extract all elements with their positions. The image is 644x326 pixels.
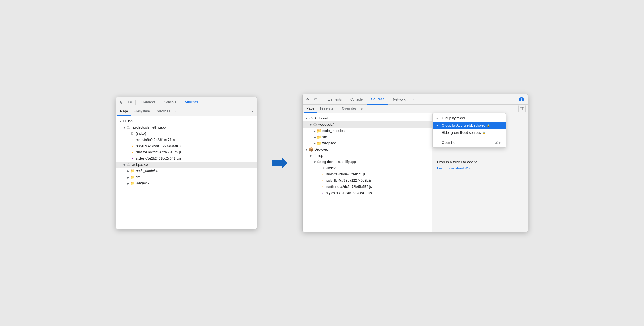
tree-arrow-webpack[interactable]	[122, 163, 126, 167]
menu-label-hide-ignored: Hide ignore-listed sources	[442, 131, 481, 135]
right-tree-area: </> Authored webpack:// 📁	[303, 113, 432, 232]
right-tree-main[interactable]: ▪ main.fa8bfa0e23f1eb71.js	[303, 171, 432, 177]
tree-item-netlify[interactable]: ng-devtools.netlify.app	[116, 124, 257, 131]
tree-item-src[interactable]: 📁 src	[116, 174, 257, 180]
tree-item-runtime[interactable]: ▪ runtime.aa2dc5a72b65a575.js	[116, 149, 257, 155]
tree-label-webpack-folder: webpack	[136, 181, 149, 185]
inspect-icon[interactable]	[118, 99, 126, 106]
right-tree-top[interactable]: ☐ top	[303, 153, 432, 159]
subtab-page[interactable]: Page	[117, 107, 131, 116]
tree-item-webpack[interactable]: webpack://	[116, 162, 257, 168]
tree-item-top[interactable]: ☐ top	[116, 118, 257, 124]
right-tab-console[interactable]: Console	[346, 94, 367, 105]
check-icon-folder: ✓	[436, 116, 442, 120]
right-subtab-overrides[interactable]: Overrides	[339, 105, 359, 113]
right-tab-sources[interactable]: Sources	[367, 94, 388, 105]
right-label-styles: styles.d3e2b24618d2c641.css	[326, 191, 372, 195]
no-arrow4	[126, 150, 130, 154]
tree-item-webpack-folder[interactable]: 📁 webpack	[116, 180, 257, 186]
right-arrow-nodemodules[interactable]	[313, 129, 317, 133]
right-inspect-icon[interactable]	[305, 96, 312, 103]
right-tree-runtime[interactable]: ▪ runtime.aa2dc5a72b65a575.js	[303, 184, 432, 190]
menu-divider	[433, 138, 506, 138]
menu-item-group-authored-deployed[interactable]: ✓ Group by Authored/Deployed 🔒	[433, 122, 506, 129]
tab-elements[interactable]: Elements	[137, 97, 159, 107]
tree-label-authored: Authored	[314, 116, 328, 120]
right-subtab-filesystem[interactable]: Filesystem	[317, 105, 339, 113]
left-tree-area: ☐ top ng-devtools.netlify.app 🗋 (index)	[116, 116, 257, 229]
subtab-filesystem[interactable]: Filesystem	[131, 107, 153, 116]
right-subtab-page[interactable]: Page	[304, 105, 317, 113]
right-tree-nodemodules[interactable]: 📁 node_modules	[303, 128, 432, 134]
right-frame-icon: ☐	[313, 153, 317, 158]
tab-console[interactable]: Console	[160, 97, 180, 107]
svg-rect-1	[131, 102, 132, 103]
tab-sources[interactable]: Sources	[181, 97, 202, 107]
split-panel-icon[interactable]	[518, 105, 526, 112]
tree-label-nodemodules: node_modules	[136, 169, 158, 173]
right-arrow-src[interactable]	[313, 135, 317, 139]
tree-label-index: (index)	[136, 132, 146, 136]
right-label-polyfills: polyfills.4c768d7122740d3b.js	[326, 179, 372, 182]
right-label-main: main.fa8bfa0e23f1eb71.js	[326, 172, 365, 176]
right-tree-polyfills[interactable]: ▪ polyfills.4c768d7122740d3b.js	[303, 177, 432, 184]
folder-icon-webpack: 📁	[130, 181, 135, 186]
right-tab-network[interactable]: Network	[389, 94, 409, 105]
right-tree-deployed[interactable]: 📦 Deployed	[303, 146, 432, 153]
tree-item-polyfills[interactable]: ▪ polyfills.4c768d7122740d3b.js	[116, 143, 257, 149]
left-toolbar: Elements Console Sources	[116, 97, 257, 107]
tree-arrow-nodemodules[interactable]	[126, 169, 130, 173]
right-tree-webpack-folder[interactable]: 📁 webpack	[303, 140, 432, 146]
subtab-overrides[interactable]: Overrides	[153, 107, 173, 116]
right-tree-index[interactable]: 🗋 (index)	[303, 165, 432, 171]
tree-arrow-webpack-folder[interactable]	[126, 181, 130, 185]
device-icon[interactable]	[126, 99, 134, 106]
menu-item-open-file[interactable]: Open file ⌘ P	[433, 139, 506, 146]
subtab-more[interactable]: »	[173, 107, 178, 116]
tree-label-main: main.fa8bfa0e23f1eb71.js	[136, 138, 175, 142]
tree-item-index[interactable]: 🗋 (index)	[116, 131, 257, 137]
right-file-main: ▪	[321, 172, 325, 177]
tree-item-nodemodules[interactable]: 📁 node_modules	[116, 168, 257, 174]
right-tree-netlify[interactable]: ng-devtools.netlify.app	[303, 159, 432, 165]
no-arrow-r3	[317, 179, 321, 182]
menu-item-group-by-folder[interactable]: ✓ Group by folder	[433, 114, 506, 122]
right-arrow-webpack-folder[interactable]	[313, 141, 317, 145]
right-tab-elements[interactable]: Elements	[324, 94, 346, 105]
tree-label-polyfills: polyfills.4c768d7122740d3b.js	[136, 144, 181, 148]
learn-more-link[interactable]: Learn more about Wor	[437, 166, 471, 170]
no-arrow5	[126, 157, 130, 160]
right-tab-more[interactable]: »	[410, 98, 416, 101]
right-folder-src: 📁	[317, 135, 321, 139]
right-arrow-deployed[interactable]	[305, 147, 309, 151]
no-arrow-r4	[317, 185, 321, 189]
subtab-menu-button[interactable]: ⋮	[249, 108, 256, 115]
right-label-index: (index)	[326, 166, 337, 170]
right-device-icon[interactable]	[313, 96, 320, 103]
no-arrow	[126, 132, 130, 136]
tree-item-styles[interactable]: ▪ styles.d3e2b24618d2c641.css	[116, 155, 257, 162]
menu-label-group-authored: Group by Authored/Deployed	[442, 123, 486, 127]
right-cloud-icon	[313, 122, 317, 127]
svg-rect-3	[317, 99, 318, 100]
tree-arrow-authored[interactable]	[305, 116, 309, 120]
right-tree-styles[interactable]: ▪ styles.d3e2b24618d2c641.css	[303, 190, 432, 196]
right-tree-item-webpack[interactable]: webpack://	[303, 121, 432, 128]
right-arrow-netlify[interactable]	[313, 160, 317, 164]
tree-item-main[interactable]: ▪ main.fa8bfa0e23f1eb71.js	[116, 137, 257, 143]
menu-item-hide-ignored[interactable]: Hide ignore-listed sources 🔒	[433, 129, 506, 136]
tree-arrow-src[interactable]	[126, 175, 130, 179]
right-subtab-more[interactable]: »	[359, 105, 364, 113]
right-tree-arrow-webpack[interactable]	[309, 123, 313, 127]
lock-icon-authored: 🔒	[487, 124, 490, 127]
lock-icon-ignored: 🔒	[482, 131, 486, 134]
tree-label-runtime: runtime.aa2dc5a72b65a575.js	[136, 150, 181, 154]
tree-item-authored[interactable]: </> Authored	[303, 115, 432, 121]
right-subtab-menu[interactable]: ⋮	[512, 105, 518, 112]
right-label-netlify: ng-devtools.netlify.app	[322, 160, 356, 164]
tree-arrow-top[interactable]	[118, 119, 122, 123]
right-tree-label-webpack: webpack://	[318, 123, 334, 127]
right-arrow-top[interactable]	[309, 154, 313, 158]
tree-arrow-netlify[interactable]	[122, 125, 126, 129]
right-tree-src[interactable]: 📁 src	[303, 134, 432, 140]
